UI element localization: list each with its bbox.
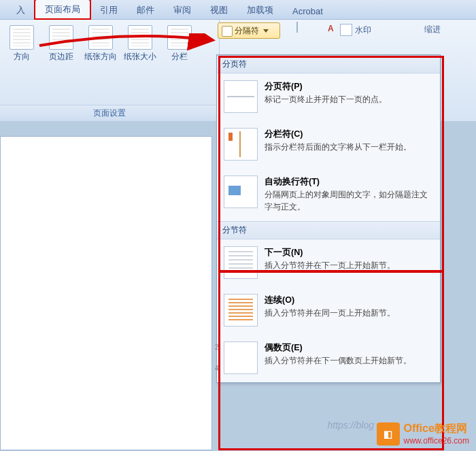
btn-paper-size[interactable]: 纸张大小	[122, 22, 158, 63]
columns-icon	[167, 25, 192, 50]
menu-item-next-page[interactable]: 下一页(N) 插入分节符并在下一页上开始新节。	[217, 239, 440, 287]
document-page[interactable]	[0, 136, 212, 450]
desc: 指示分栏符后面的文字将从下一栏开始。	[265, 142, 411, 152]
title: 连续(O)	[265, 295, 294, 305]
desc: 标记一页终止并开始下一页的点。	[265, 95, 387, 104]
watermark-label: 水印	[355, 24, 371, 36]
brand-title: Office教程网	[404, 422, 470, 436]
menu-item-column-break[interactable]: 分栏符(C) 指示分栏符后面的文字将从下一栏开始。	[217, 121, 440, 169]
lines-icon	[296, 22, 298, 33]
label: 方向	[14, 52, 30, 61]
title: 偶数页(E)	[265, 343, 303, 352]
label: 纸张大小	[124, 52, 156, 61]
text: 偶数页(E) 插入分节符并在下一偶数页上开始新节。	[265, 341, 411, 374]
label: 页边距	[49, 52, 73, 61]
section-section-breaks: 分节符	[217, 221, 440, 239]
tab-addins[interactable]: 加载项	[237, 1, 283, 19]
desc: 分隔网页上的对象周围的文字，如分隔题注文字与正文。	[265, 190, 428, 212]
breaks-dropdown-button[interactable]: 分隔符	[218, 22, 280, 39]
label: 纸张方向	[84, 52, 117, 61]
margins-icon	[49, 25, 73, 50]
menu-item-continuous[interactable]: 连续(O) 插入分节符并在同一页上开始新节。	[217, 287, 440, 335]
title: 下一页(N)	[265, 248, 303, 257]
menu-item-even-page[interactable]: 偶数页(E) 插入分节符并在下一偶数页上开始新节。	[217, 335, 440, 382]
indent-label: 缩进	[424, 24, 441, 35]
font-a-indicator: A	[328, 24, 339, 35]
tab-insert-partial[interactable]: 入	[7, 1, 35, 19]
title: 分栏符(C)	[265, 129, 303, 139]
chevron-down-icon	[263, 29, 269, 33]
paper-size-icon	[128, 25, 152, 50]
indent-text: 缩进	[424, 24, 441, 35]
group-page-setup: 方向 页边距 纸张方向 纸张大小 分栏 页面设置	[0, 20, 220, 122]
next-page-icon	[224, 246, 258, 279]
page-break-icon	[224, 80, 258, 113]
text-wrap-icon	[224, 176, 258, 208]
desc: 插入分节符并在下一页上开始新节。	[265, 261, 395, 270]
section-page-breaks: 分页符	[217, 55, 440, 73]
breaks-dropdown-menu: 分页符 分页符(P) 标记一页终止并开始下一页的点。 分栏符(C) 指示分栏符后…	[216, 54, 441, 383]
breaks-label: 分隔符	[235, 25, 259, 37]
tab-page-layout[interactable]: 页面布局	[35, 0, 90, 19]
watermark-button[interactable]: 水印	[340, 24, 374, 36]
ribbon-tabs: 入 页面布局 引用 邮件 审阅 视图 加载项 Acrobat	[0, 0, 476, 20]
label: 分栏	[171, 52, 188, 61]
column-break-icon	[224, 128, 258, 161]
group-label-pagesetup: 页面设置	[0, 105, 219, 122]
text: 连续(O) 插入分节符并在同一页上开始新节。	[265, 294, 395, 327]
text: 下一页(N) 插入分节符并在下一页上开始新节。	[265, 246, 395, 279]
menu-item-page-break[interactable]: 分页符(P) 标记一页终止并开始下一页的点。	[217, 73, 440, 121]
even-page-icon	[224, 341, 258, 374]
btn-margins[interactable]: 页边距	[44, 22, 79, 63]
paper-direction-icon	[88, 25, 113, 50]
title: 分页符(P)	[265, 82, 303, 91]
btn-orientation[interactable]: 方向	[4, 22, 39, 63]
text: 分页符(P) 标记一页终止并开始下一页的点。	[265, 80, 387, 113]
desc: 插入分节符并在同一页上开始新节。	[265, 308, 395, 318]
watermark-icon	[340, 24, 352, 36]
text: 分栏符(C) 指示分栏符后面的文字将从下一栏开始。	[265, 128, 411, 161]
brand-url: www.office26.com	[404, 436, 470, 446]
text: 自动换行符(T) 分隔网页上的对象周围的文字，如分隔题注文字与正文。	[265, 176, 433, 213]
site-badge: ◧ Office教程网 www.office26.com	[377, 422, 470, 446]
menu-item-text-wrapping[interactable]: 自动换行符(T) 分隔网页上的对象周围的文字，如分隔题注文字与正文。	[217, 169, 440, 221]
office-logo-icon: ◧	[377, 422, 400, 446]
line-numbers-button[interactable]	[296, 22, 317, 37]
tab-mailings[interactable]: 邮件	[127, 1, 164, 19]
desc: 插入分节符并在下一偶数页上开始新节。	[265, 356, 411, 365]
tab-view[interactable]: 视图	[201, 1, 237, 19]
a-icon: A	[328, 24, 339, 35]
tab-acrobat[interactable]: Acrobat	[283, 3, 333, 19]
title: 自动换行符(T)	[265, 177, 320, 186]
continuous-icon	[224, 294, 258, 327]
tab-references[interactable]: 引用	[90, 1, 127, 19]
orientation-icon	[10, 25, 34, 50]
tab-review[interactable]: 审阅	[164, 1, 201, 19]
btn-paper-direction[interactable]: 纸张方向	[83, 22, 118, 63]
btn-columns[interactable]: 分栏	[162, 22, 197, 63]
